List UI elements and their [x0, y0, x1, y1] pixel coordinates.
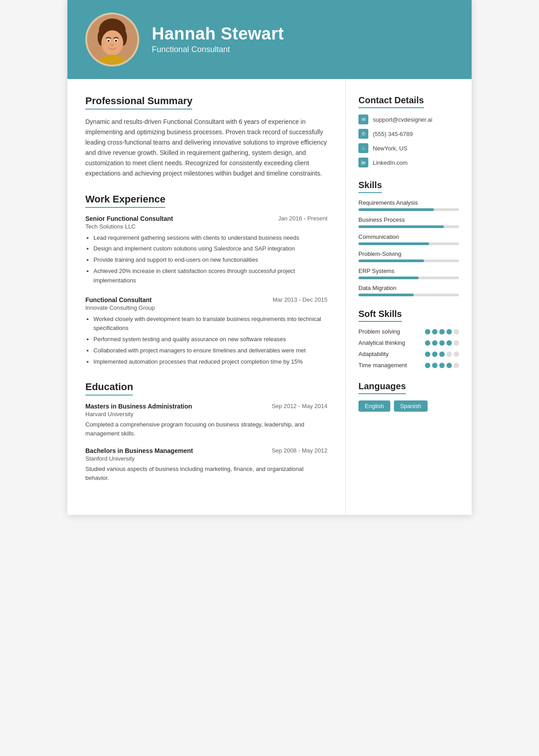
- contact-title: Contact Details: [358, 95, 424, 108]
- bullet: Lead requirement gathering sessions with…: [93, 233, 327, 243]
- soft-skill-name: Problem solving: [358, 328, 425, 335]
- location-icon: ⌂: [358, 143, 368, 153]
- linkedin-icon: in: [358, 158, 368, 167]
- skill-item: Business Process: [358, 216, 459, 228]
- bullet: Provide training and support to end-user…: [93, 255, 327, 265]
- skill-bar: [358, 225, 459, 228]
- job-date: Jan 2016 - Present: [278, 215, 327, 222]
- skill-item: Data Migration: [358, 285, 459, 296]
- job-item: Functional Consultant Mar 2013 - Dec 201…: [85, 296, 327, 367]
- bullet: Worked closely with development team to …: [93, 315, 327, 334]
- header-title: Functional Consultant: [152, 45, 284, 54]
- soft-skill-name: Adaptability: [358, 351, 425, 357]
- language-tags: English Spanish: [358, 400, 459, 412]
- soft-skill-item: Adaptability: [358, 351, 459, 357]
- skills-title: Skills: [358, 180, 382, 193]
- soft-skill-name: Time management: [358, 362, 425, 369]
- contact-location: ⌂ NewYork, US: [358, 143, 459, 153]
- dot-filled: [432, 340, 437, 346]
- dot-filled: [446, 340, 452, 346]
- dot-filled: [439, 352, 445, 357]
- summary-section: Professional Summary Dynamic and results…: [85, 95, 327, 179]
- language-tag-english: English: [358, 400, 390, 412]
- svg-point-8: [115, 40, 117, 42]
- skill-name: Data Migration: [358, 285, 459, 291]
- svg-point-7: [107, 40, 110, 42]
- dot-empty: [454, 363, 459, 368]
- edu-header: Bachelors in Business Management Sep 200…: [85, 447, 327, 454]
- job-header: Functional Consultant Mar 2013 - Dec 201…: [85, 296, 327, 303]
- soft-skill-item: Analytical thinking: [358, 339, 459, 346]
- contact-linkedin-value: LinkedIn.com: [373, 159, 407, 166]
- skill-dots: [425, 352, 459, 357]
- skill-bar-fill: [358, 259, 424, 262]
- dot-filled: [432, 363, 437, 368]
- dot-filled: [446, 329, 452, 334]
- job-date: Mar 2013 - Dec 2015: [273, 296, 327, 303]
- job-title: Functional Consultant: [85, 296, 152, 303]
- contact-section: Contact Details ✉ support@cvdesigner.ai …: [358, 95, 459, 167]
- job-bullets: Lead requirement gathering sessions with…: [85, 233, 327, 286]
- skill-name: Requirements Analysis: [358, 199, 459, 206]
- job-header: Senior Functional Consultant Jan 2016 - …: [85, 215, 327, 222]
- soft-skills-title: Soft Skills: [358, 309, 402, 322]
- education-title: Education: [85, 381, 133, 396]
- contact-location-value: NewYork, US: [373, 145, 407, 152]
- svg-point-4: [102, 30, 124, 55]
- edu-date: Sep 2008 - May 2012: [272, 447, 327, 454]
- soft-skill-name: Analytical thinking: [358, 339, 425, 346]
- phone-icon: ✆: [358, 129, 368, 139]
- skill-item: ERP Systems: [358, 268, 459, 279]
- summary-title: Professional Summary: [85, 95, 192, 110]
- skill-bar-fill: [358, 208, 434, 211]
- resume-header: Hannah Stewart Functional Consultant: [67, 0, 472, 79]
- skill-name: Problem-Solving: [358, 251, 459, 257]
- skill-item: Problem-Solving: [358, 251, 459, 262]
- contact-linkedin: in LinkedIn.com: [358, 158, 459, 167]
- skill-bar: [358, 242, 459, 245]
- contact-email-value: support@cvdesigner.ai: [373, 116, 432, 123]
- edu-description: Studied various aspects of business incl…: [85, 465, 327, 483]
- skill-bar-fill: [358, 294, 414, 296]
- dot-filled: [425, 363, 430, 368]
- skill-dots: [425, 340, 459, 346]
- skills-section: Skills Requirements Analysis Business Pr…: [358, 180, 459, 296]
- skill-bar-fill: [358, 225, 444, 228]
- job-title: Senior Functional Consultant: [85, 215, 173, 222]
- summary-text: Dynamic and results-driven Functional Co…: [85, 117, 327, 179]
- soft-skills-section: Soft Skills Problem solving Analytical t…: [358, 309, 459, 369]
- skill-bar-fill: [358, 242, 429, 245]
- work-experience-title: Work Experience: [85, 193, 165, 208]
- side-column: Contact Details ✉ support@cvdesigner.ai …: [346, 79, 472, 515]
- skill-name: ERP Systems: [358, 268, 459, 274]
- soft-skill-item: Problem solving: [358, 328, 459, 335]
- skill-name: Communication: [358, 233, 459, 240]
- edu-degree: Bachelors in Business Management: [85, 447, 193, 454]
- skill-bar: [358, 208, 459, 211]
- dot-filled: [439, 340, 445, 346]
- education-item: Bachelors in Business Management Sep 200…: [85, 447, 327, 483]
- skill-bar: [358, 277, 459, 279]
- bullet: Collaborated with project managers to en…: [93, 346, 327, 356]
- dot-filled: [432, 352, 437, 357]
- skill-bar-fill: [358, 277, 419, 279]
- bullet: Achieved 20% increase in client satisfac…: [93, 267, 327, 286]
- edu-description: Completed a comprehensive program focusi…: [85, 420, 327, 438]
- dot-empty: [446, 352, 452, 357]
- job-company: Tech Solutions LLC: [85, 223, 327, 230]
- avatar: [85, 13, 139, 66]
- dot-filled: [425, 352, 430, 357]
- resume-body: Professional Summary Dynamic and results…: [67, 79, 472, 515]
- email-icon: ✉: [358, 114, 368, 124]
- languages-title: Languages: [358, 381, 406, 394]
- dot-filled: [439, 363, 445, 368]
- skill-item: Requirements Analysis: [358, 199, 459, 211]
- skill-dots: [425, 329, 459, 334]
- main-column: Professional Summary Dynamic and results…: [67, 79, 346, 515]
- edu-header: Masters in Business Administration Sep 2…: [85, 403, 327, 410]
- svg-point-9: [111, 44, 114, 46]
- dot-filled: [439, 329, 445, 334]
- soft-skill-item: Time management: [358, 362, 459, 369]
- dot-empty: [454, 329, 459, 334]
- skill-dots: [425, 363, 459, 368]
